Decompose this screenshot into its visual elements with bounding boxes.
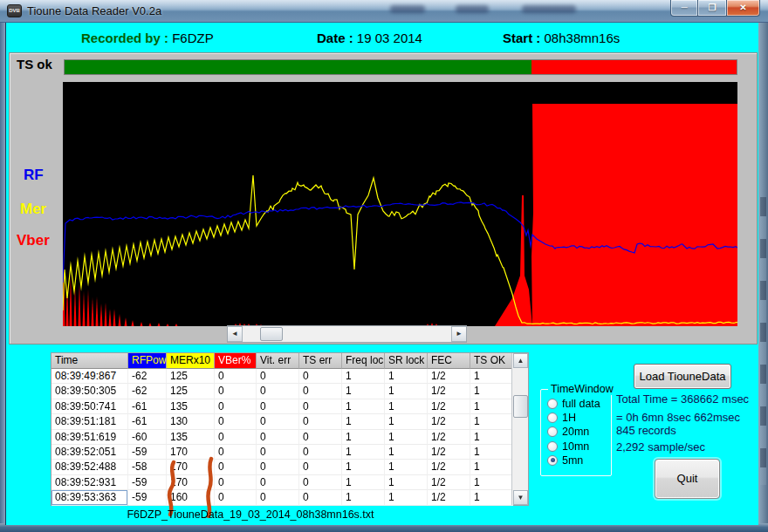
table-cell[interactable]: 0 [215,399,257,414]
table-row[interactable]: 08:39:52:051-59170000111/21 [51,445,528,460]
radio-option-5mn[interactable]: 5mn [547,454,600,467]
table-cell[interactable]: 08:39:52:488 [51,460,128,474]
table-cell[interactable]: 1/2 [428,384,470,399]
table-vertical-scrollbar[interactable]: ▲ ▼ [511,353,528,505]
quit-button[interactable]: Quit [655,459,720,499]
table-cell[interactable]: 0 [299,490,342,505]
table-cell[interactable]: 170 [167,445,215,460]
table-cell[interactable]: 1 [470,445,513,460]
table-cell[interactable]: 1 [385,369,428,384]
table-cell[interactable]: 1 [385,460,428,474]
radio-button[interactable] [547,413,558,423]
scroll-track[interactable] [243,326,451,342]
table-cell[interactable]: 08:39:50:305 [51,384,128,399]
radio-button[interactable] [547,441,558,452]
table-cell[interactable]: 1 [342,475,385,490]
column-header-fec[interactable]: FEC [428,353,470,369]
table-cell[interactable]: -59 [128,475,167,490]
table-cell[interactable]: 160 [167,490,215,505]
table-row[interactable]: 08:39:50:741-61135000111/21 [51,399,528,414]
radio-option-1H[interactable]: 1H [547,411,600,425]
table-cell[interactable]: 1 [342,445,385,460]
table-cell[interactable]: 125 [167,384,215,399]
table-cell[interactable]: 135 [167,430,215,445]
table-cell[interactable]: 1 [385,490,428,505]
table-cell[interactable]: -59 [128,445,167,460]
load-tiounedata-button[interactable]: Load TiouneData [634,364,731,389]
table-cell[interactable]: 1 [470,414,513,429]
table-cell[interactable]: 170 [167,460,215,474]
table-cell[interactable]: 0 [299,399,342,414]
scroll-left-button[interactable]: ◄ [228,326,243,342]
table-cell[interactable]: 170 [167,475,215,490]
table-row[interactable]: 08:39:52:931-59170000111/21 [51,475,528,490]
table-row[interactable]: 08:39:53:363-59160000111/21 [51,490,528,505]
minimize-button[interactable]: ─ [670,0,698,17]
column-header-freq-lock[interactable]: Freq lock [342,353,385,369]
column-header-merx10[interactable]: MERx10 [167,353,215,369]
table-cell[interactable]: -62 [128,384,167,399]
radio-option-full-data[interactable]: full data [547,397,600,411]
table-cell[interactable]: 08:39:50:741 [51,399,128,414]
column-header-sr-lock[interactable]: SR lock [385,353,428,369]
table-row[interactable]: 08:39:51:181-61130000111/21 [51,414,528,429]
table-cell[interactable]: 1 [470,369,513,384]
table-cell[interactable]: 1/2 [428,369,470,384]
table-row[interactable]: 08:39:51:619-60135000111/21 [51,430,528,445]
table-cell[interactable]: 0 [257,399,299,414]
table-cell[interactable]: 0 [215,414,257,429]
table-cell[interactable]: 1 [385,445,428,460]
table-cell[interactable]: -59 [128,490,167,505]
table-cell[interactable]: 08:39:53:363 [51,490,128,505]
table-cell[interactable]: 1/2 [428,475,470,490]
table-cell[interactable]: 0 [299,460,342,474]
table-cell[interactable]: 08:39:52:931 [51,475,128,490]
app-icon[interactable]: DVB [7,4,22,17]
table-cell[interactable]: 0 [299,369,342,384]
table-cell[interactable]: 0 [299,475,342,490]
table-cell[interactable]: 1 [342,369,385,384]
column-header-ts-ok[interactable]: TS OK [470,353,513,369]
table-cell[interactable]: 1/2 [428,460,470,474]
table-cell[interactable]: 0 [257,475,299,490]
table-cell[interactable]: 0 [257,384,299,399]
table-row[interactable]: 08:39:49:867-62125000111/21 [51,369,528,384]
table-cell[interactable]: 1 [342,460,385,474]
table-cell[interactable]: 0 [215,490,257,505]
table-cell[interactable]: 1 [470,384,513,399]
chart-horizontal-scrollbar[interactable]: ◄ ► [227,325,467,343]
table-cell[interactable]: -61 [128,414,167,429]
table-cell[interactable]: 1 [342,430,385,445]
table-cell[interactable]: 1 [385,475,428,490]
table-cell[interactable]: 0 [215,430,257,445]
table-cell[interactable]: 1/2 [428,399,470,414]
column-header-time[interactable]: Time [51,353,128,369]
table-cell[interactable]: 1/2 [428,445,470,460]
radio-option-10mn[interactable]: 10mn [547,440,600,454]
radio-button[interactable] [547,455,558,466]
scroll-thumb[interactable] [260,327,283,341]
table-cell[interactable]: 1 [385,430,428,445]
table-row[interactable]: 08:39:52:488-58170000111/21 [51,460,528,474]
table-cell[interactable]: 0 [299,445,342,460]
table-cell[interactable]: -61 [128,399,167,414]
table-cell[interactable]: 1 [470,399,513,414]
table-cell[interactable]: 0 [215,445,257,460]
table-cell[interactable]: 0 [299,414,342,429]
radio-button[interactable] [547,399,558,409]
maximize-button[interactable]: ❐ [698,0,726,17]
table-cell[interactable]: 0 [257,369,299,384]
table-cell[interactable]: 0 [257,445,299,460]
table-cell[interactable]: 0 [299,384,342,399]
table-cell[interactable]: 1 [385,384,428,399]
scroll-down-button[interactable]: ▼ [513,490,528,505]
table-cell[interactable]: 0 [257,490,299,505]
table-cell[interactable]: -60 [128,430,167,445]
table-cell[interactable]: 1/2 [428,414,470,429]
radio-option-20mn[interactable]: 20mn [547,425,600,439]
table-cell[interactable]: 0 [215,460,257,474]
table-cell[interactable]: 1/2 [428,430,470,445]
table-cell[interactable]: 1 [342,399,385,414]
table-cell[interactable]: 1 [470,490,513,505]
scroll-thumb[interactable] [513,395,528,418]
